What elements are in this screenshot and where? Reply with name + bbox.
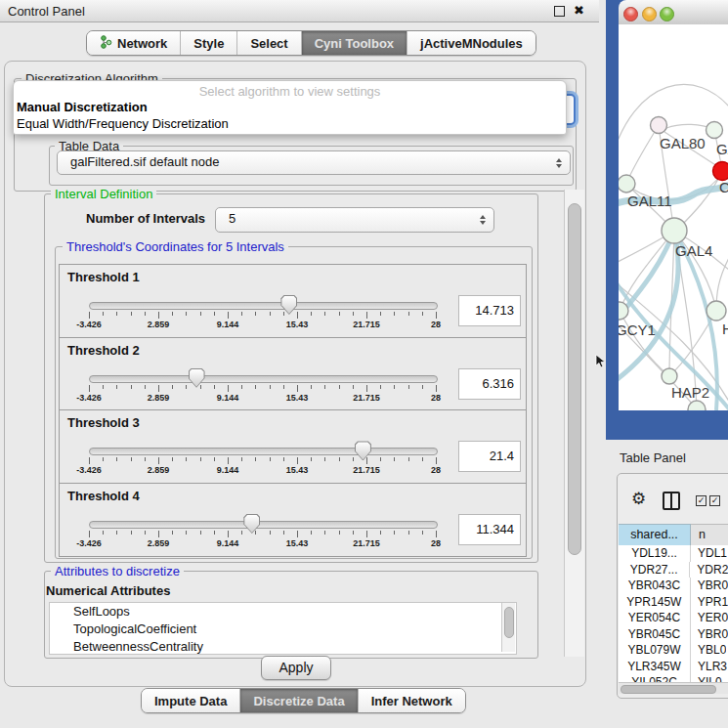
table-row[interactable]: YDR27...YDR2	[619, 562, 728, 578]
table-cell[interactable]: YBL0	[691, 642, 726, 659]
slider-tick	[436, 312, 437, 319]
network-node[interactable]	[619, 175, 635, 193]
table-row[interactable]: YPR145WYPR1	[619, 594, 728, 611]
float-window-icon[interactable]	[554, 6, 565, 17]
close-traffic-light[interactable]	[623, 7, 638, 21]
network-node[interactable]	[662, 368, 677, 384]
attributes-scrollbar[interactable]	[501, 603, 515, 652]
slider-tick-label: 15.43	[274, 320, 321, 329]
algorithm-option[interactable]: Manual Discretization	[17, 100, 569, 116]
checkbox-icon[interactable]: ✓	[696, 495, 707, 506]
network-node[interactable]	[707, 301, 726, 321]
table-row[interactable]: YBR045CYBR0	[619, 626, 728, 643]
tab-impute-data[interactable]: Impute Data	[142, 689, 240, 712]
threshold-value-field[interactable]: 14.713	[458, 295, 521, 326]
tab-select[interactable]: Select	[237, 31, 301, 55]
table-cell[interactable]: YPR1	[691, 594, 728, 611]
table-cell[interactable]: YPR145W	[619, 594, 691, 611]
table-cell[interactable]: YDR2	[690, 562, 728, 578]
table-cell[interactable]: YBL079W	[619, 642, 691, 659]
table-cell[interactable]: YBR045C	[619, 626, 691, 643]
network-window-titlebar[interactable]	[619, 0, 728, 25]
stepper-icon[interactable]	[556, 158, 562, 168]
table-cell[interactable]: YDL19...	[619, 545, 691, 562]
slider-track[interactable]	[89, 448, 438, 455]
slider-tick	[200, 531, 201, 535]
table-cell[interactable]: YLR345W	[619, 659, 691, 675]
attribute-item[interactable]: SelfLoops	[50, 603, 516, 621]
table-row[interactable]: YDL19...YDL1	[619, 545, 728, 562]
network-node[interactable]	[713, 162, 728, 181]
table-cell[interactable]: YER0	[691, 610, 728, 626]
slider-tick	[172, 531, 173, 535]
slider-tick	[408, 457, 409, 461]
slider-track[interactable]	[89, 302, 438, 310]
stepper-icon[interactable]	[480, 215, 486, 225]
slider-thumb[interactable]	[280, 295, 297, 315]
slider-tick	[116, 385, 117, 389]
table-cell[interactable]: YBR0	[691, 578, 728, 594]
num-intervals-select[interactable]: 5	[215, 207, 494, 233]
threshold-value-field[interactable]: 11.344	[458, 514, 521, 545]
column-header-shared[interactable]: shared...	[619, 524, 691, 546]
tab-infer-network[interactable]: Infer Network	[359, 689, 465, 712]
bottom-tab-bar: Impute DataDiscretize DataInfer Network	[141, 688, 466, 713]
numerical-attributes-list[interactable]: SelfLoopsTopologicalCoefficientBetweenne…	[49, 602, 517, 655]
table-cell[interactable]: YER054C	[619, 610, 691, 626]
zoom-traffic-light[interactable]	[660, 7, 674, 21]
table-cell[interactable]: YBR0	[691, 626, 728, 643]
slider-thumb[interactable]	[355, 441, 371, 460]
node-table[interactable]: YDL19...YDL1YDR27...YDR2YBR043CYBR0YPR14…	[619, 545, 728, 683]
slider-track[interactable]	[89, 521, 438, 529]
panel-scrollbar[interactable]	[564, 190, 584, 657]
slider-tick	[324, 531, 325, 535]
tab-label: Infer Network	[371, 694, 452, 708]
tab-jactivemnodules[interactable]: jActiveMNodules	[407, 31, 535, 55]
slider-tick	[241, 312, 242, 316]
slider-tick	[186, 312, 187, 316]
attribute-item[interactable]: TopologicalCoefficient	[50, 621, 516, 638]
minimize-traffic-light[interactable]	[642, 7, 657, 21]
table-cell[interactable]: YLR3	[691, 659, 727, 675]
slider-tick-label: 21.715	[343, 465, 390, 475]
tab-cyni-toolbox[interactable]: Cyni Toolbox	[302, 31, 407, 55]
threshold-value-field[interactable]: 21.4	[458, 441, 521, 472]
table-row[interactable]: YER054CYER0	[619, 610, 728, 626]
tab-discretize-data[interactable]: Discretize Data	[240, 689, 358, 712]
slider-thumb[interactable]	[243, 514, 260, 534]
threshold-value-field[interactable]: 6.316	[458, 368, 521, 400]
network-node[interactable]	[707, 122, 723, 139]
slider-thumb[interactable]	[189, 368, 205, 388]
tab-style[interactable]: Style	[181, 31, 237, 55]
close-icon[interactable]: ✖	[574, 3, 584, 18]
table-row[interactable]: YBL079WYBL0	[619, 642, 728, 659]
attribute-item[interactable]: BetweennessCentrality	[50, 638, 516, 655]
attributes-scrollbar-thumb[interactable]	[504, 607, 514, 638]
slider-tick	[366, 531, 367, 537]
gear-icon[interactable]: ⚙	[631, 491, 646, 508]
checkbox-icon[interactable]: ✓	[709, 495, 720, 506]
panel-scrollbar-thumb[interactable]	[568, 203, 581, 555]
table-row[interactable]: YLR345WYLR3	[619, 659, 728, 675]
table-hscrollbar[interactable]	[619, 682, 728, 694]
slider-tick-label: -3.426	[65, 538, 112, 548]
column-header-name[interactable]: n	[691, 524, 728, 546]
slider-tick	[116, 457, 117, 461]
table-row[interactable]: YBR043CYBR0	[619, 578, 728, 594]
apply-button[interactable]: Apply	[261, 656, 331, 680]
table-cell[interactable]: YDR27...	[619, 562, 690, 578]
table-cell[interactable]: YBR043C	[619, 578, 691, 594]
table-hscrollbar-thumb[interactable]	[621, 685, 716, 694]
network-canvas[interactable]: GAL80GACGAL11GAL4GCY1HHAP2	[619, 24, 728, 410]
slider-track[interactable]	[89, 375, 438, 383]
table-cell[interactable]: YDL1	[691, 545, 727, 562]
split-panel-icon[interactable]	[663, 492, 680, 510]
algorithm-option[interactable]: Equal Width/Frequency Discretization	[17, 116, 569, 133]
slider-tick	[116, 312, 117, 316]
table-data-select[interactable]: galFiltered.sif default node	[57, 150, 571, 175]
network-node[interactable]	[651, 117, 667, 134]
network-node[interactable]	[662, 218, 687, 243]
slider-tick	[339, 457, 340, 461]
tab-network[interactable]: Network	[87, 31, 181, 55]
slider-tick	[297, 385, 298, 392]
